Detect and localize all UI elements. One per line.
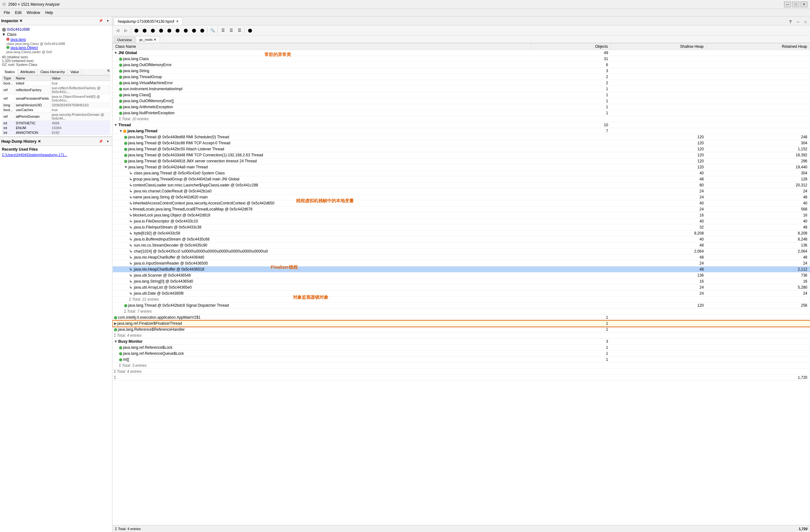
table-row[interactable]: ↳ java.nio.HeapCharBuffer @ 0x5c4436518 … xyxy=(113,266,810,272)
table-row[interactable]: ▼Busy Monitor 3 xyxy=(113,339,810,345)
table-row[interactable]: java.lang.Thread @ 0x5c4404918 JMX serve… xyxy=(113,158,810,164)
toolbar-btn-1[interactable]: ⬤ xyxy=(132,27,140,34)
col-objects[interactable]: Objects xyxy=(531,43,611,50)
col-retained[interactable]: Retained Heap xyxy=(706,43,810,50)
table-row[interactable]: ▼java.lang.Thread @ 0x5c442d4a8 main Thr… xyxy=(113,164,810,170)
table-row[interactable]: java.lang.VirtualMachineError 2 xyxy=(113,80,810,86)
table-row[interactable]: ↳ byte[8192] @ 0x5c4433c58 8,208 8,208 xyxy=(113,230,810,236)
tab-attributes[interactable]: Attributes xyxy=(18,69,38,75)
toolbar-back-btn[interactable]: ◁ xyxy=(114,27,121,34)
table-row[interactable]: ΣTotal: 7 entries xyxy=(113,309,810,315)
table-row[interactable]: ↳ sun.nio.cs.StreamDecoder @ 0x5c4435c90… xyxy=(113,243,810,248)
table-row[interactable]: java.lang.Thread @ 0x5c442bc50 Attach Li… xyxy=(113,146,810,152)
table-row[interactable]: ↳inheritedAccessControlContext java.secu… xyxy=(113,200,810,206)
collapse-icon[interactable]: ▶ xyxy=(114,321,117,326)
table-row[interactable]: java.lang.ref.Reference$Lock 1 xyxy=(113,345,810,351)
table-row[interactable]: ↳blockerLock java.lang.Object @ 0x5c442d… xyxy=(113,212,810,218)
table-row[interactable]: ΣTotal: 3 entries xyxy=(113,363,810,369)
table-row[interactable]: Σ 1,720 xyxy=(113,375,810,381)
table-row[interactable]: java.lang.String 3 xyxy=(113,68,810,74)
col-class-name[interactable]: Class Name xyxy=(113,43,531,50)
toolbar-btn-9[interactable]: ⬤ xyxy=(198,27,206,34)
sub-tab-overview[interactable]: Overview xyxy=(114,36,135,43)
table-row[interactable]: java.lang.ArithmeticException 1 xyxy=(113,104,810,110)
table-row[interactable]: ↳ java.nio.HeapCharBuffer @ 0x5c44364d0 … xyxy=(113,254,810,261)
toolbar-forward-btn[interactable]: ▷ xyxy=(122,27,130,34)
table-row[interactable]: java.lang.ref.ReferenceQueue$Lock 1 xyxy=(113,351,810,357)
heap-dump-file[interactable]: C:\Users\34404\Desktop\heapdump-171... xyxy=(2,153,110,157)
sub-tab-gc-roots[interactable]: gc_roots ✕ xyxy=(136,36,160,43)
table-row[interactable]: java.lang.Reference$ReferenceHandler 1 xyxy=(113,327,810,333)
file-tab[interactable]: heapdump-1710063574130.hprof ✕ xyxy=(114,17,183,25)
toolbar-list-btn-3[interactable]: ☰ xyxy=(236,27,243,34)
table-row[interactable]: ↳ java.io.BufferedInputStream @ 0x5c4435… xyxy=(113,236,810,243)
table-row[interactable]: java.lang.Class 31 xyxy=(113,56,810,62)
table-row[interactable]: ↳ java.io.FileDescriptor @ 0x5c4433c10 4… xyxy=(113,218,810,225)
table-row[interactable]: java.lang.OutOfMemoryError 6 xyxy=(113,62,810,68)
menu-help[interactable]: Help xyxy=(43,10,56,16)
menu-file[interactable]: File xyxy=(1,10,12,16)
menu-edit[interactable]: Edit xyxy=(12,10,24,16)
table-row[interactable]: ↳group java.lang.ThreadGroup @ 0x5c44042… xyxy=(113,176,810,182)
inspector-menu-btn[interactable]: ▾ xyxy=(104,18,111,24)
toolbar-btn-2[interactable]: ⬤ xyxy=(141,27,148,34)
help-btn[interactable]: ? xyxy=(787,19,794,25)
toolbar-btn-4[interactable]: ⬤ xyxy=(157,27,165,34)
toolbar-btn-7[interactable]: ⬤ xyxy=(182,27,189,34)
col-shallow[interactable]: Shallow Heap xyxy=(611,43,706,50)
table-row[interactable]: ▼java.lang.Thread 7 xyxy=(113,128,810,134)
expand-icon[interactable]: ▼ xyxy=(114,51,118,55)
table-row[interactable]: ΣTotal: 21 entries xyxy=(113,297,810,302)
table-row[interactable]: ▼Thread 10 xyxy=(113,122,810,128)
table-row[interactable]: java.lang.Thread @ 0x5c442bdc8 Signal Di… xyxy=(113,302,810,309)
file-tab-close[interactable]: ✕ xyxy=(176,20,179,23)
expand-icon[interactable]: ▼ xyxy=(119,129,123,133)
maximize-btn[interactable]: □ xyxy=(792,2,799,7)
tab-value[interactable]: Value xyxy=(68,69,82,75)
table-row[interactable]: ↳ java.io.InputStreamReader @ 0x5c443650… xyxy=(113,261,810,266)
table-row[interactable]: ↳ java.util.Date @ 0x5c44365f8 24 24 xyxy=(113,290,810,297)
heap-dump-pin-btn[interactable]: 📌 xyxy=(98,138,104,145)
close-btn[interactable]: ✕ xyxy=(800,2,808,7)
toolbar-btn-5[interactable]: ⬤ xyxy=(165,27,173,34)
table-row[interactable]: ↳ java.nio.charset.CoderResult @ 0x5c442… xyxy=(113,188,810,194)
toolbar-btn-6[interactable]: ⬤ xyxy=(174,27,181,34)
table-row[interactable]: ↳name java.lang.String @ 0x5c442d620 mai… xyxy=(113,194,810,200)
expand-icon[interactable]: ▼ xyxy=(114,123,118,127)
table-row[interactable]: java.lang.Thread @ 0x5c441bc88 RMI TCP A… xyxy=(113,140,810,146)
table-row[interactable]: ↳ java.util.Scanner @ 0x5c4436548 136 73… xyxy=(113,272,810,279)
data-table-container[interactable]: Class Name Objects Shallow Heap Retained… xyxy=(112,43,810,525)
table-row[interactable]: java.lang.Thread @ 0x5c440bd68 RMI Sched… xyxy=(113,134,810,140)
table-row[interactable]: ↳ java.io.FileInputStream @ 0x5c4433c38 … xyxy=(113,225,810,230)
menu-window[interactable]: Window xyxy=(24,10,43,16)
table-row[interactable]: ↳ char[1024] @ 0x5c4435cc0 \u0000\u0000\… xyxy=(113,248,810,254)
table-row[interactable]: ↳ java.util.ArrayList @ 0x5c44365e0 24 5… xyxy=(113,284,810,290)
table-row[interactable]: java.lang.OutOfMemoryError[] 1 xyxy=(113,98,810,104)
expand-icon[interactable]: ▼ xyxy=(114,339,118,344)
table-row[interactable]: ▼JNI Global 49 xyxy=(113,50,810,56)
tab-statics[interactable]: Statics xyxy=(2,69,18,75)
inspector-pin-btn[interactable]: 📌 xyxy=(98,18,104,24)
table-row[interactable]: ↳threadLocals java.lang.ThreadLocal$Thre… xyxy=(113,206,810,212)
minimize-panel-btn[interactable]: ─ xyxy=(795,19,801,25)
minimize-btn[interactable]: — xyxy=(784,2,791,7)
table-row[interactable]: ▶java.lang.ref.Finalizer$FinalizerThread… xyxy=(113,320,810,327)
table-row[interactable]: com.intellij.rt.execution.application.Ap… xyxy=(113,315,810,320)
toolbar-list-btn-2[interactable]: ☰ xyxy=(227,27,235,34)
table-row[interactable]: ↳ class java.lang.Thread @ 0x5c45c41e0 S… xyxy=(113,170,810,176)
table-row[interactable]: int[] 1 xyxy=(113,357,810,363)
heap-dump-menu-btn[interactable]: ▾ xyxy=(104,138,111,145)
table-row[interactable]: ↳contextClassLoader sun.misc.Launcher$Ap… xyxy=(113,182,810,188)
expand-icon[interactable]: ▼ xyxy=(124,165,128,169)
maximize-panel-btn[interactable]: □ xyxy=(803,19,809,25)
table-row[interactable]: ΣTotal: 4 entries xyxy=(113,369,810,375)
table-row[interactable]: ↳ java.lang.String[0] @ 0x5c44365d0 16 1… xyxy=(113,279,810,284)
table-row[interactable]: ΣTotal: 4 entries xyxy=(113,333,810,339)
table-row[interactable]: sun.instrument.InstrumentationImpl 1 xyxy=(113,86,810,92)
table-row[interactable]: java.lang.Thread @ 0x5c4433d48 RMI TCP C… xyxy=(113,152,810,158)
toolbar-btn-8[interactable]: ⬤ xyxy=(190,27,198,34)
table-row[interactable]: ΣTotal: 10 entries xyxy=(113,116,810,122)
table-row[interactable]: java.lang.NullPointerException 1 xyxy=(113,110,810,116)
toolbar-dot-btn[interactable]: ⬤ xyxy=(246,27,254,34)
toolbar-list-btn-1[interactable]: ☰ xyxy=(219,27,227,34)
